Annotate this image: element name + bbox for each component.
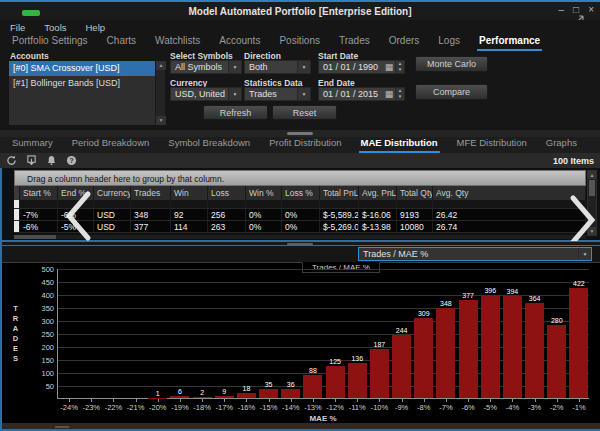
table-row[interactable]: -7%-6%USD348922560%0%$-5,589.29$-16.0691… bbox=[14, 209, 586, 221]
tab-accounts[interactable]: Accounts bbox=[217, 34, 262, 51]
subtab-summary[interactable]: Summary bbox=[10, 136, 55, 153]
splitter-grip[interactable] bbox=[287, 243, 313, 245]
table-cell[interactable]: 256 bbox=[208, 209, 246, 220]
header-cell[interactable]: Total PnL bbox=[320, 186, 359, 200]
table-cell[interactable]: $-5,269.08 bbox=[320, 221, 359, 232]
subtab-symbol-breakdown[interactable]: Symbol Breakdown bbox=[166, 136, 252, 153]
export-icon[interactable] bbox=[26, 155, 37, 166]
table-cell[interactable]: $-13.98 bbox=[359, 221, 397, 232]
tab-trades[interactable]: Trades bbox=[337, 34, 372, 51]
table-cell[interactable]: USD bbox=[94, 221, 131, 232]
subtab-mfe-distribution[interactable]: MFE Distribution bbox=[455, 136, 529, 153]
filter-cell[interactable] bbox=[94, 200, 131, 208]
bell-icon[interactable] bbox=[46, 155, 57, 166]
table-cell[interactable]: 377 bbox=[131, 221, 171, 232]
header-cell[interactable]: Start % bbox=[20, 186, 58, 200]
filter-cell[interactable] bbox=[282, 200, 320, 208]
subtab-profit-distribution[interactable]: Profit Distribution bbox=[267, 136, 343, 153]
filter-cell[interactable] bbox=[433, 200, 586, 208]
reset-button[interactable]: Reset bbox=[272, 105, 337, 120]
header-cell[interactable]: Win % bbox=[246, 186, 282, 200]
header-cell[interactable]: Currency bbox=[94, 186, 131, 200]
nav-right-chevron-icon[interactable] bbox=[565, 194, 599, 246]
date-spinner[interactable]: ▲ ▼ bbox=[395, 61, 404, 73]
menu-item-tools[interactable]: Tools bbox=[44, 22, 66, 33]
filter-cell[interactable] bbox=[171, 200, 208, 208]
filter-cell[interactable] bbox=[20, 200, 58, 208]
scroll-down-icon[interactable]: ▼ bbox=[156, 116, 166, 125]
account-item-1[interactable]: [#1] Bollinger Bands [USD] bbox=[9, 76, 165, 91]
chart-series-dropdown[interactable]: Trades / MAE % ▼ bbox=[358, 247, 592, 261]
table-cell[interactable]: $-16.06 bbox=[359, 209, 397, 220]
tab-orders[interactable]: Orders bbox=[387, 34, 422, 51]
select-symbols-dropdown[interactable]: All Symbols ▼ bbox=[170, 60, 242, 74]
table-cell[interactable]: 0% bbox=[246, 209, 282, 220]
grid-horizontal-scrollbar[interactable] bbox=[14, 235, 586, 239]
table-row[interactable] bbox=[14, 200, 586, 209]
filter-cell[interactable] bbox=[208, 200, 246, 208]
table-cell[interactable]: 0% bbox=[246, 221, 282, 232]
calendar-icon[interactable]: ▦ bbox=[383, 61, 395, 73]
header-cell[interactable]: Total Qty bbox=[397, 186, 433, 200]
maximize-button[interactable]: □ bbox=[573, 5, 579, 15]
tab-watchlists[interactable]: Watchlists bbox=[153, 34, 202, 51]
header-cell[interactable]: Avg. PnL bbox=[359, 186, 397, 200]
help-icon[interactable]: ? bbox=[66, 155, 77, 166]
header-cell[interactable]: Trades bbox=[131, 186, 171, 200]
band-grip[interactable] bbox=[55, 426, 69, 428]
statistics-data-dropdown[interactable]: Trades ▼ bbox=[244, 87, 311, 101]
end-date-field[interactable]: 01 / 01 / 2015 ▦ ▲ ▼ bbox=[318, 87, 405, 101]
filter-cell[interactable] bbox=[359, 200, 397, 208]
scrollbar-thumb[interactable] bbox=[14, 235, 56, 239]
account-item-0[interactable]: [#0] SMA Crossover [USD] bbox=[9, 61, 165, 76]
table-header-row[interactable]: Start %End %CurrencyTradesWinLossWin %Lo… bbox=[14, 186, 586, 200]
tab-logs[interactable]: Logs bbox=[436, 34, 462, 51]
filter-cell[interactable] bbox=[131, 200, 171, 208]
tab-charts[interactable]: Charts bbox=[105, 34, 138, 51]
header-cell[interactable]: Win bbox=[171, 186, 208, 200]
accounts-listbox[interactable]: [#0] SMA Crossover [USD][#1] Bollinger B… bbox=[8, 60, 166, 126]
filter-cell[interactable] bbox=[320, 200, 359, 208]
date-spinner[interactable]: ▲ ▼ bbox=[395, 88, 404, 100]
refresh-button[interactable]: Refresh bbox=[203, 105, 268, 120]
calendar-icon[interactable]: ▦ bbox=[383, 88, 395, 100]
table-row[interactable]: -6%-5%USD3771142630%0%$-5,269.08$-13.981… bbox=[14, 221, 586, 233]
accounts-scrollbar[interactable]: ▲ ▼ bbox=[155, 61, 165, 125]
tab-positions[interactable]: Positions bbox=[277, 34, 322, 51]
table-cell[interactable]: -6% bbox=[20, 221, 58, 232]
table-cell[interactable]: -7% bbox=[20, 209, 58, 220]
table-cell[interactable]: 10080 bbox=[397, 221, 433, 232]
minimize-button[interactable]: – bbox=[559, 5, 565, 15]
table-cell[interactable]: 0% bbox=[282, 221, 320, 232]
tab-performance[interactable]: Performance bbox=[477, 34, 542, 51]
nav-left-chevron-icon[interactable] bbox=[62, 190, 96, 242]
table-cell[interactable]: 0% bbox=[282, 209, 320, 220]
menu-item-file[interactable]: File bbox=[10, 22, 25, 33]
splitter-grip[interactable] bbox=[287, 132, 313, 135]
table-cell[interactable]: $-5,589.29 bbox=[320, 209, 359, 220]
table-cell[interactable]: 348 bbox=[131, 209, 171, 220]
table-cell[interactable]: 26.42 bbox=[433, 209, 586, 220]
currency-dropdown[interactable]: USD, United State ▼ bbox=[170, 87, 242, 101]
close-button[interactable]: × bbox=[588, 5, 594, 15]
group-by-bar[interactable]: Drag a column header here to group by th… bbox=[14, 170, 586, 186]
scroll-up-icon[interactable]: ▲ bbox=[588, 171, 596, 179]
header-cell[interactable]: Avg. Qty bbox=[433, 186, 586, 200]
tab-portfolio-settings[interactable]: Portfolio Settings bbox=[10, 34, 90, 51]
compare-button[interactable]: Compare bbox=[415, 84, 488, 100]
table-cell[interactable]: USD bbox=[94, 209, 131, 220]
table-cell[interactable]: 26.74 bbox=[433, 221, 586, 232]
menu-item-help[interactable]: Help bbox=[86, 22, 106, 33]
refresh-icon[interactable] bbox=[6, 155, 17, 166]
filter-cell[interactable] bbox=[246, 200, 282, 208]
subtab-graphs[interactable]: Graphs bbox=[544, 136, 579, 153]
header-cell[interactable]: Loss % bbox=[282, 186, 320, 200]
scroll-up-icon[interactable]: ▲ bbox=[156, 61, 166, 70]
direction-dropdown[interactable]: Both ▼ bbox=[244, 60, 311, 74]
table-cell[interactable]: 114 bbox=[171, 221, 208, 232]
table-cell[interactable]: 92 bbox=[171, 209, 208, 220]
subtab-mae-distribution[interactable]: MAE Distribution bbox=[359, 136, 440, 153]
spinner-down-icon[interactable]: ▼ bbox=[396, 94, 404, 100]
monte-carlo-button[interactable]: Monte Carlo bbox=[415, 56, 488, 72]
header-cell[interactable]: Loss bbox=[208, 186, 246, 200]
